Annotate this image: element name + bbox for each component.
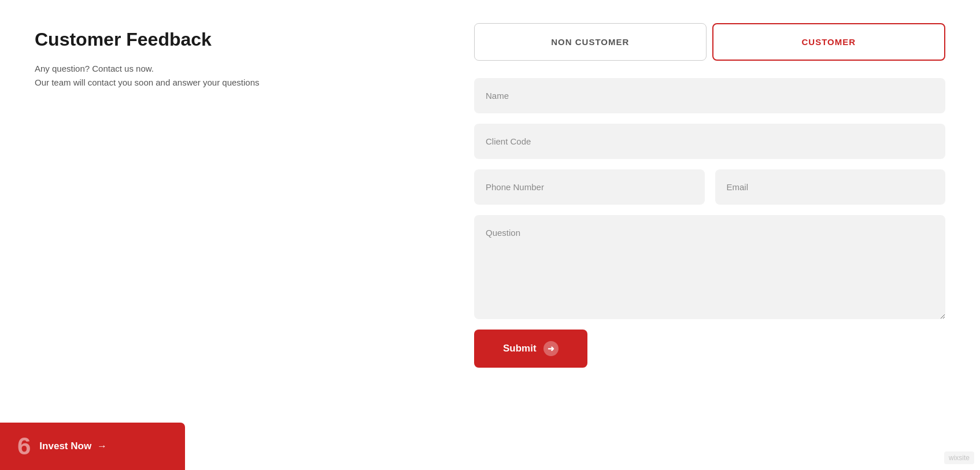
- description-line-1: Any question? Contact us now.: [35, 62, 439, 76]
- submit-arrow-icon: ➜: [543, 341, 559, 356]
- tab-non-customer[interactable]: NON CUSTOMER: [474, 23, 707, 61]
- invest-bar[interactable]: 6 Invest Now →: [0, 423, 185, 470]
- page-title: Customer Feedback: [35, 29, 439, 50]
- submit-button[interactable]: Submit ➜: [474, 330, 587, 368]
- client-code-input[interactable]: [474, 124, 945, 159]
- tab-buttons: NON CUSTOMER CUSTOMER: [474, 23, 945, 61]
- phone-input[interactable]: [474, 169, 705, 205]
- email-input[interactable]: [715, 169, 946, 205]
- page-wrapper: Customer Feedback Any question? Contact …: [0, 0, 980, 470]
- name-input[interactable]: [474, 78, 945, 113]
- watermark: wixsite: [944, 452, 974, 464]
- invest-arrow-icon: →: [97, 441, 107, 452]
- left-panel: Customer Feedback Any question? Contact …: [35, 23, 439, 447]
- phone-email-row: [474, 169, 945, 205]
- question-textarea[interactable]: [474, 215, 945, 319]
- form-section: Submit ➜: [474, 78, 945, 368]
- right-panel: NON CUSTOMER CUSTOMER Submit ➜: [474, 23, 945, 447]
- main-content: Customer Feedback Any question? Contact …: [35, 23, 945, 447]
- tab-customer[interactable]: CUSTOMER: [712, 23, 946, 61]
- submit-label: Submit: [503, 343, 537, 354]
- description-line-2: Our team will contact you soon and answe…: [35, 76, 439, 90]
- invest-now-label: Invest Now →: [39, 441, 107, 452]
- invest-bar-number: 6: [17, 434, 31, 458]
